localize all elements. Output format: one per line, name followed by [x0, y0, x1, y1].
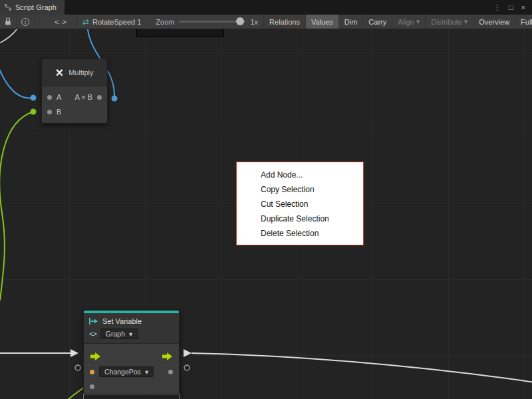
toggle-values-label: Values [311, 18, 333, 26]
port-row-b: B [42, 104, 107, 119]
context-menu: Add Node... Copy Selection Cut Selection… [236, 162, 364, 245]
chevron-down-icon: ▾ [145, 368, 148, 376]
menu-distribute-label: Distribute [431, 18, 462, 26]
set-variable-header[interactable]: Set Variable <> Graph ▾ [84, 313, 179, 343]
code-brackets-icon: <∙> [55, 18, 67, 26]
window-controls: ⋮ □ × [493, 0, 532, 15]
menu-item-delete-selection[interactable]: Delete Selection [237, 226, 363, 241]
toolbar-toggles: Relations Values Dim Carry Align ▾ Distr… [263, 15, 532, 29]
button-overview[interactable]: Overview [473, 15, 515, 29]
tab-title: Script Graph [15, 3, 57, 11]
flow-input-arrow-icon[interactable] [90, 352, 100, 360]
toggle-dim-label: Dim [344, 18, 358, 26]
node-set-variable[interactable]: Set Variable <> Graph ▾ [83, 310, 180, 399]
graph-toolbar: i <∙> ⇄ RotateSpeed 1 Zoom 1x Relations … [0, 15, 532, 29]
port-out-label: A × B [74, 93, 92, 101]
menu-item-duplicate-selection[interactable]: Duplicate Selection [237, 211, 363, 226]
lock-icon [5, 17, 11, 26]
info-icon: i [21, 18, 29, 26]
asset-breadcrumb[interactable]: ⇄ RotateSpeed 1 [77, 15, 146, 29]
window-menu-icon[interactable]: ⋮ [493, 3, 501, 12]
chevron-down-icon: ▾ [129, 330, 132, 338]
value-input-port[interactable] [90, 384, 94, 389]
menu-align-label: Align [398, 18, 414, 26]
multiply-icon: × [56, 66, 64, 79]
variable-name-row: ChangePos ▾ [84, 365, 179, 378]
toggle-carry-label: Carry [368, 18, 386, 26]
zoom-control: Zoom 1x [146, 15, 263, 29]
menu-item-cut-selection[interactable]: Cut Selection [237, 197, 363, 211]
toggle-relations-label: Relations [269, 18, 300, 26]
script-graph-icon [4, 3, 12, 11]
port-a-label: A [57, 93, 61, 101]
menu-item-add-node[interactable]: Add Node... [237, 168, 363, 182]
port-row-a: A A × B [42, 90, 107, 104]
flow-port-row [84, 349, 179, 364]
scope-dropdown[interactable]: Graph ▾ [100, 329, 138, 339]
button-full-screen[interactable]: Full Screen [515, 15, 532, 29]
port-b-label: B [57, 108, 61, 116]
button-overview-label: Overview [479, 18, 509, 26]
toggle-values[interactable]: Values [305, 15, 338, 29]
graph-kind-icon: <> [89, 330, 96, 338]
close-icon[interactable]: × [521, 3, 525, 11]
set-variable-icon [89, 317, 98, 325]
chevron-down-icon: ▾ [416, 17, 420, 26]
tab-script-graph[interactable]: Script Graph [0, 0, 65, 15]
set-variable-title: Set Variable [102, 317, 142, 325]
maximize-icon[interactable]: □ [509, 3, 513, 11]
menu-item-copy-selection[interactable]: Copy Selection [237, 182, 363, 197]
variable-name-port[interactable] [90, 370, 94, 374]
zoom-value: 1x [250, 18, 258, 26]
variable-output-port[interactable] [168, 370, 173, 374]
toggle-relations[interactable]: Relations [263, 15, 305, 29]
zoom-slider-handle[interactable] [236, 17, 244, 25]
graph-asset-icon: ⇄ [82, 17, 89, 27]
input-port-a[interactable] [47, 95, 52, 100]
script-graph-window: Script Graph ⋮ □ × i <∙> ⇄ RotateSpeed 1… [0, 0, 532, 399]
output-port[interactable] [97, 95, 102, 100]
multiply-title: Multiply [68, 68, 93, 76]
set-variable-body: ChangePos ▾ [84, 343, 179, 393]
lock-button[interactable] [0, 15, 17, 29]
node-multiply[interactable]: × Multiply A A × B B [41, 59, 108, 124]
toggle-carry[interactable]: Carry [362, 15, 392, 29]
window-tabbar: Script Graph ⋮ □ × [0, 0, 532, 15]
code-view-button[interactable]: <∙> [45, 15, 77, 29]
asset-name: RotateSpeed 1 [92, 18, 141, 26]
button-full-screen-label: Full Screen [521, 18, 532, 26]
inspect-button[interactable]: i [17, 15, 35, 29]
flow-output-arrow-icon[interactable] [162, 352, 172, 360]
toolbar-gap [35, 15, 45, 29]
zoom-slider[interactable] [179, 21, 245, 23]
multiply-ports: A A × B B [42, 86, 107, 123]
chevron-down-icon: ▾ [464, 17, 468, 26]
variable-dropdown[interactable]: ChangePos ▾ [99, 366, 154, 377]
menu-align[interactable]: Align ▾ [392, 15, 425, 29]
zoom-label: Zoom [156, 18, 174, 26]
multiply-header[interactable]: × Multiply [42, 59, 107, 86]
input-port-b[interactable] [47, 110, 52, 114]
toggle-dim[interactable]: Dim [338, 15, 363, 29]
menu-distribute[interactable]: Distribute ▾ [425, 15, 473, 29]
value-input-row [84, 380, 179, 393]
value-literal-field[interactable] [83, 394, 180, 399]
variable-dropdown-value: ChangePos [104, 368, 141, 376]
scope-dropdown-value: Graph [106, 330, 125, 338]
